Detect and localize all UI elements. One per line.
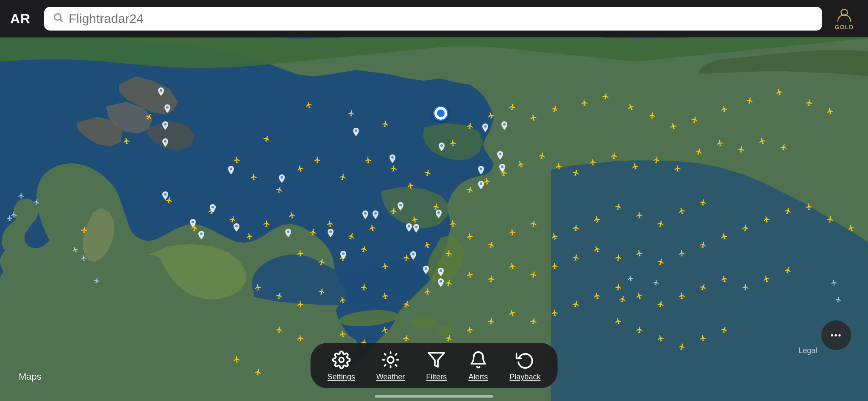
weather-label: Weather: [376, 373, 405, 381]
svg-line-52: [384, 365, 386, 366]
more-dots-icon: •••: [830, 331, 842, 340]
nav-item-alerts[interactable]: Alerts: [468, 350, 488, 381]
svg-point-8: [436, 326, 454, 336]
playback-label: Playback: [509, 373, 540, 381]
weather-icon: [380, 350, 401, 370]
svg-point-7: [411, 317, 437, 328]
user-profile-button[interactable]: GOLD: [831, 5, 858, 32]
nav-item-filters[interactable]: Filters: [426, 350, 447, 381]
top-bar: AR GOLD: [0, 0, 868, 37]
filters-label: Filters: [426, 373, 447, 381]
maps-attribution: Maps: [15, 371, 42, 382]
bottom-nav-bar: Settings Weather Filters: [311, 343, 558, 388]
map-background: [0, 0, 868, 401]
user-tier-label: GOLD: [835, 24, 854, 31]
ar-mode-label[interactable]: AR: [10, 11, 36, 27]
alerts-icon: [468, 350, 488, 370]
settings-label: Settings: [328, 373, 355, 381]
nav-item-playback[interactable]: Playback: [509, 350, 540, 381]
svg-point-45: [387, 357, 394, 363]
svg-line-53: [395, 354, 397, 355]
search-icon: [53, 12, 64, 26]
svg-line-48: [384, 354, 386, 355]
legal-link[interactable]: Legal: [798, 346, 817, 355]
home-indicator: [375, 395, 493, 398]
settings-icon: [331, 350, 351, 370]
svg-line-49: [395, 365, 397, 366]
svg-marker-54: [429, 353, 445, 367]
nav-item-settings[interactable]: Settings: [328, 350, 355, 381]
filters-icon: [426, 350, 447, 370]
nav-item-weather[interactable]: Weather: [376, 350, 405, 381]
alerts-label: Alerts: [468, 373, 488, 381]
search-input[interactable]: [69, 11, 814, 26]
more-options-button[interactable]: •••: [821, 320, 851, 350]
current-location-dot: [433, 106, 448, 121]
search-bar[interactable]: [44, 7, 822, 31]
playback-icon: [515, 350, 535, 370]
svg-point-44: [339, 358, 344, 362]
svg-point-4: [401, 101, 430, 116]
